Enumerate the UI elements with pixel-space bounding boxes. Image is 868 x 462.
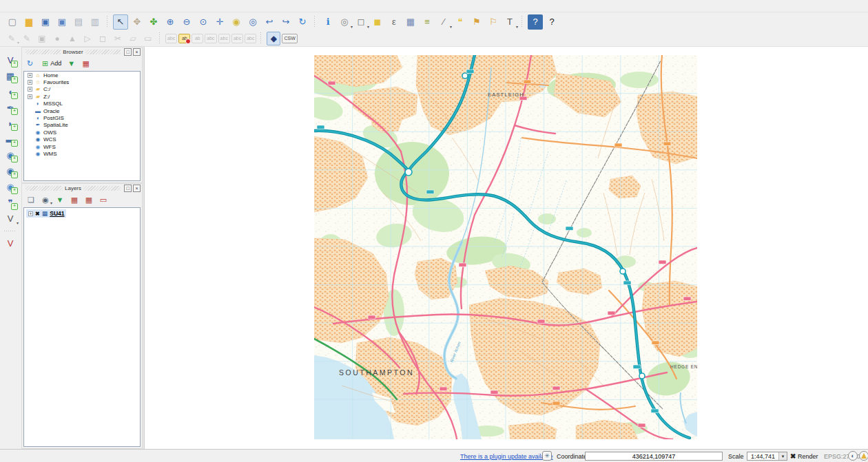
browser-item-postgis[interactable]: ◖ PostGIS bbox=[24, 114, 140, 121]
chevron-down-icon[interactable]: ▾ bbox=[778, 452, 787, 460]
new-project-icon[interactable]: ▢ bbox=[5, 14, 20, 30]
attribute-table-icon[interactable]: ▦ bbox=[403, 14, 418, 30]
zoom-full-icon[interactable]: ✛ bbox=[212, 14, 227, 30]
menu-database[interactable] bbox=[79, 6, 88, 7]
map-canvas[interactable]: EASTLEIGH SOUTHAMPTON HEDGE END River It… bbox=[144, 47, 868, 449]
browser-item-wfs[interactable]: ◉ WFS bbox=[24, 143, 140, 150]
select-features-icon[interactable]: ◻ bbox=[353, 14, 369, 30]
map-raster-su41[interactable]: EASTLEIGH SOUTHAMPTON HEDGE END River It… bbox=[314, 55, 697, 439]
move-feature-icon[interactable]: ▲ bbox=[65, 32, 79, 45]
show-hidden-labels-icon[interactable]: abc bbox=[231, 34, 243, 43]
zoom-last-icon[interactable]: ↩ bbox=[262, 14, 277, 30]
menu-raster[interactable] bbox=[69, 6, 79, 7]
messages-warning-icon[interactable] bbox=[859, 451, 868, 461]
browser-item-mssql[interactable]: ◗ MSSQL bbox=[24, 101, 140, 107]
csw-plugin-icon[interactable]: CSW bbox=[282, 34, 297, 43]
menu-view[interactable] bbox=[21, 6, 30, 7]
add-spatialite-layer-icon[interactable]: ✒ bbox=[3, 100, 18, 115]
pan-map-icon[interactable]: ✥ bbox=[130, 14, 145, 30]
close-panel-icon[interactable]: × bbox=[133, 185, 141, 192]
plugin-update-link[interactable]: There is a plugin update available bbox=[460, 450, 553, 462]
menu-help[interactable] bbox=[107, 6, 117, 7]
add-wms-layer-icon[interactable]: ◉ bbox=[3, 147, 18, 162]
paste-features-icon[interactable]: ▭ bbox=[141, 32, 155, 45]
field-calculator-icon[interactable]: ≡ bbox=[420, 14, 435, 30]
add-oracle-layer-icon[interactable]: ▬ bbox=[3, 132, 18, 147]
deselect-features-icon[interactable]: ◼ bbox=[370, 14, 385, 30]
cut-features-icon[interactable]: ✂ bbox=[111, 32, 125, 45]
composer-manager-icon[interactable]: ▥ bbox=[87, 14, 103, 30]
current-edits-icon[interactable]: ✎ bbox=[5, 32, 19, 45]
menu-edit[interactable] bbox=[11, 6, 21, 7]
browser-item-ows[interactable]: ◉ OWS bbox=[24, 129, 140, 136]
identify-features-icon[interactable]: ℹ bbox=[320, 14, 335, 30]
vector-plugin-icon[interactable]: V bbox=[3, 235, 18, 251]
zoom-out-icon[interactable]: ⊖ bbox=[179, 14, 194, 30]
highlight-pinned-labels-icon[interactable]: abc bbox=[165, 34, 177, 43]
layers-panel-titlebar[interactable]: Layers □ × bbox=[22, 184, 142, 193]
browser-item-wcs[interactable]: ◉ WCS bbox=[24, 136, 140, 143]
browser-item-favourites[interactable]: + ☆ Favourites bbox=[24, 78, 140, 85]
add-wcs-layer-icon[interactable]: ◉ bbox=[3, 163, 18, 178]
layer-labeling-options-icon[interactable]: ab bbox=[178, 34, 190, 43]
refresh-browser-icon[interactable]: ↻ bbox=[25, 58, 37, 70]
zoom-actual-size-icon[interactable]: ⊙ bbox=[196, 14, 211, 30]
zoom-in-icon[interactable]: ⊕ bbox=[163, 14, 178, 30]
toggle-editing-icon[interactable]: ✎ bbox=[20, 32, 34, 45]
measure-icon[interactable]: ∕ bbox=[436, 14, 451, 30]
zoom-to-layer-icon[interactable]: ◎ bbox=[245, 14, 260, 30]
pan-to-selection-icon[interactable]: ✤ bbox=[146, 14, 161, 30]
new-shapefile-layer-icon[interactable]: V bbox=[3, 211, 18, 226]
add-raster-layer-icon[interactable]: ▦ bbox=[3, 68, 18, 83]
open-project-icon[interactable]: ▆ bbox=[21, 14, 37, 30]
show-hide-labels-icon[interactable]: abc bbox=[205, 34, 216, 43]
expand-icon[interactable]: + bbox=[28, 94, 32, 99]
crs-projection-icon[interactable]: ◐ bbox=[848, 451, 858, 461]
add-selected-layers-button[interactable]: ⊞Add bbox=[39, 58, 64, 70]
add-wfs-layer-icon[interactable]: ◉ bbox=[3, 179, 18, 194]
show-bookmarks-icon[interactable]: ⚐ bbox=[486, 14, 501, 30]
expand-icon[interactable]: + bbox=[28, 87, 32, 92]
map-tips-icon[interactable]: ❝ bbox=[453, 14, 468, 30]
filter-legend-icon[interactable]: ▼ bbox=[54, 194, 66, 206]
zoom-to-selection-icon[interactable]: ◉ bbox=[229, 14, 244, 30]
menu-plugins[interactable] bbox=[50, 6, 59, 7]
zoom-next-icon[interactable]: ↪ bbox=[278, 14, 293, 30]
browser-item-c-drive[interactable]: + ▰ C:/ bbox=[24, 86, 140, 93]
collapse-all-browser-icon[interactable]: ▦ bbox=[81, 58, 93, 70]
delete-selected-icon[interactable]: ◻ bbox=[96, 32, 110, 45]
layer-row-su41[interactable]: + ✖ ▦ SU41 bbox=[26, 209, 66, 218]
layer-visibility-checkbox[interactable]: ✖ bbox=[35, 211, 40, 217]
expand-icon[interactable]: + bbox=[28, 80, 32, 85]
help-contents-icon[interactable]: ? bbox=[528, 14, 543, 30]
menu-layer[interactable] bbox=[30, 6, 40, 7]
add-mssql-layer-icon[interactable]: ◗ bbox=[3, 116, 18, 131]
metasearch-icon[interactable]: ◆ bbox=[267, 32, 280, 45]
browser-item-wms[interactable]: ◉ WMS bbox=[24, 150, 140, 157]
new-bookmark-icon[interactable]: ⚑ bbox=[469, 14, 484, 30]
save-project-as-icon[interactable]: ▣ bbox=[54, 14, 70, 30]
touch-zoom-pan-icon[interactable]: ↖ bbox=[113, 14, 128, 30]
add-delimited-text-layer-icon[interactable]: ❞ bbox=[3, 195, 18, 210]
collapse-all-icon[interactable]: ▦ bbox=[83, 194, 95, 206]
new-print-composer-icon[interactable]: ▤ bbox=[71, 14, 86, 30]
render-checkbox[interactable]: ✖ bbox=[790, 450, 796, 462]
refresh-map-icon[interactable]: ↻ bbox=[295, 14, 310, 30]
coordinate-input[interactable] bbox=[585, 452, 723, 461]
menu-vector[interactable] bbox=[59, 6, 69, 7]
layer-diagram-options-icon[interactable]: ab bbox=[192, 34, 203, 43]
whats-this-icon[interactable]: ? bbox=[544, 14, 559, 30]
node-tool-icon[interactable]: ▷ bbox=[81, 32, 94, 45]
filter-browser-icon[interactable]: ▼ bbox=[66, 58, 79, 70]
run-feature-action-icon[interactable]: ◎ bbox=[337, 14, 352, 30]
manage-visibility-icon[interactable]: ◉ bbox=[39, 194, 52, 206]
remove-layer-icon[interactable]: ▭ bbox=[97, 194, 110, 206]
float-panel-icon[interactable]: □ bbox=[124, 48, 132, 56]
add-postgis-layer-icon[interactable]: ◖ bbox=[3, 84, 18, 99]
menu-web[interactable] bbox=[88, 6, 98, 7]
add-feature-icon[interactable]: ● bbox=[50, 32, 64, 45]
save-project-icon[interactable]: ▣ bbox=[38, 14, 53, 30]
text-annotation-icon[interactable]: T bbox=[502, 14, 517, 30]
expand-all-icon[interactable]: ▦ bbox=[68, 194, 81, 206]
add-vector-layer-icon[interactable]: V bbox=[3, 52, 18, 67]
